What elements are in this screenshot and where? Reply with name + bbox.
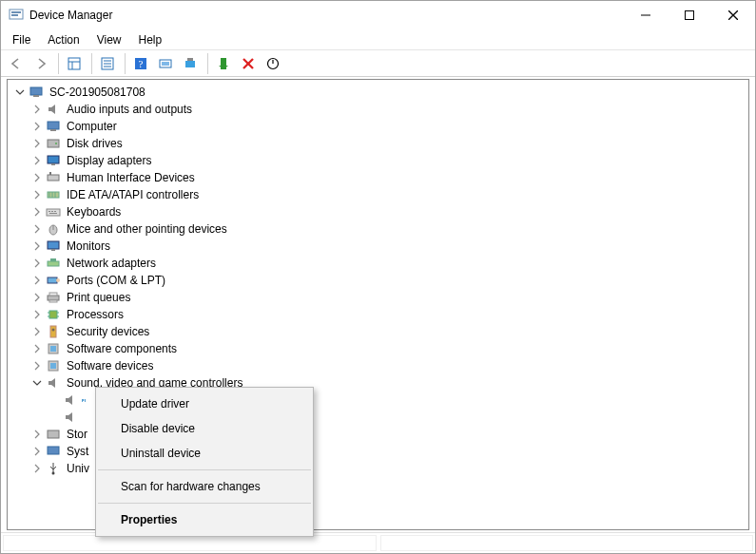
close-button[interactable]	[711, 1, 755, 29]
system-icon	[46, 444, 61, 459]
tree-item[interactable]: Computer	[11, 118, 748, 135]
chevron-right-icon[interactable]	[30, 308, 44, 321]
tree-item[interactable]: Software components	[11, 340, 748, 357]
tree-item[interactable]: Print queues	[11, 289, 748, 306]
tree-item[interactable]: Ports (COM & LPT)	[11, 272, 748, 289]
network-icon	[46, 256, 61, 271]
computer-icon	[29, 85, 44, 100]
chevron-right-icon[interactable]	[30, 137, 44, 150]
svg-rect-53	[49, 300, 57, 302]
status-panel	[3, 535, 377, 551]
svg-rect-54	[49, 311, 57, 318]
tree-item[interactable]: Audio inputs and outputs	[11, 101, 748, 118]
help-button[interactable]: ?	[129, 52, 152, 75]
svg-rect-59	[50, 326, 56, 337]
tree-item-label: Software components	[65, 342, 179, 355]
tree-item-label: Stor	[65, 428, 89, 441]
minimize-button[interactable]	[624, 1, 668, 29]
properties-button[interactable]	[96, 52, 119, 75]
tree-root[interactable]: SC-201905081708	[11, 84, 748, 101]
tree-item-label: Ports (COM & LPT)	[65, 274, 167, 287]
svg-rect-65	[48, 430, 59, 438]
ctx-update-driver[interactable]: Update driver	[96, 392, 313, 416]
toolbar-separator	[125, 53, 126, 74]
menu-file[interactable]: File	[5, 31, 38, 48]
forward-button[interactable]	[29, 52, 52, 75]
titlebar: Device Manager	[1, 1, 755, 29]
chevron-right-icon[interactable]	[30, 103, 44, 116]
chevron-right-icon[interactable]	[30, 342, 44, 355]
chevron-right-icon[interactable]	[30, 205, 44, 219]
enable-device-button[interactable]	[212, 52, 235, 75]
svg-rect-66	[48, 447, 59, 454]
uninstall-device-button[interactable]	[237, 52, 260, 75]
chevron-right-icon[interactable]	[30, 428, 44, 441]
tree-item[interactable]: Processors	[11, 306, 748, 323]
chevron-right-icon[interactable]	[30, 462, 44, 475]
chevron-right-icon[interactable]	[30, 120, 44, 133]
ctx-uninstall-device[interactable]: Uninstall device	[96, 441, 313, 466]
chevron-right-icon[interactable]	[30, 291, 44, 304]
chevron-right-icon[interactable]	[30, 325, 44, 338]
chevron-right-icon[interactable]	[30, 359, 44, 373]
ctx-properties[interactable]: Properties	[96, 507, 313, 532]
tree-item-label: IDE ATA/ATAPI controllers	[65, 188, 201, 201]
tree-item-label: Print queues	[65, 291, 132, 304]
tree-item[interactable]: Security devices	[11, 323, 748, 340]
chevron-right-icon[interactable]	[30, 154, 44, 167]
svg-point-60	[52, 329, 55, 332]
ctx-disable-device[interactable]: Disable device	[96, 416, 313, 441]
tree-item[interactable]: Keyboards	[11, 203, 748, 220]
tree-root-label: SC-201905081708	[48, 86, 147, 99]
back-button[interactable]	[5, 52, 28, 75]
menu-action[interactable]: Action	[40, 31, 87, 48]
svg-rect-26	[48, 122, 59, 129]
svg-rect-48	[50, 258, 56, 261]
display-icon	[46, 153, 61, 168]
svg-rect-32	[48, 175, 59, 181]
chevron-right-icon[interactable]	[30, 222, 44, 236]
tree-item[interactable]: Software devices	[11, 357, 748, 374]
tree-child-label	[82, 399, 86, 401]
window-controls	[624, 1, 755, 29]
chevron-right-icon[interactable]	[30, 445, 44, 458]
tree-item[interactable]: Disk drives	[11, 135, 748, 152]
svg-rect-18	[185, 61, 195, 67]
tree-item-label: Keyboards	[65, 205, 123, 219]
software-icon	[46, 358, 61, 373]
audio-device-icon	[63, 392, 78, 408]
tree-item[interactable]: Mice and other pointing devices	[11, 220, 748, 238]
window-title: Device Manager	[29, 9, 624, 22]
maximize-button[interactable]	[668, 1, 711, 29]
tree-item[interactable]: Monitors	[11, 238, 748, 255]
menu-view[interactable]: View	[89, 31, 129, 48]
chevron-right-icon[interactable]	[30, 188, 44, 201]
ctx-scan-hardware[interactable]: Scan for hardware changes	[96, 474, 313, 499]
chevron-right-icon[interactable]	[30, 171, 44, 184]
chevron-down-icon[interactable]	[13, 86, 27, 99]
chevron-down-icon[interactable]	[30, 376, 44, 390]
show-hide-tree-button[interactable]	[63, 52, 86, 75]
tree-item[interactable]: IDE ATA/ATAPI controllers	[11, 186, 748, 203]
chevron-right-icon[interactable]	[30, 257, 44, 270]
tree-item[interactable]: Display adapters	[11, 152, 748, 169]
tree-item[interactable]: Network adapters	[11, 255, 748, 272]
chevron-right-icon[interactable]	[30, 274, 44, 287]
toolbar: ?	[1, 50, 755, 77]
scan-hardware-button[interactable]	[154, 52, 177, 75]
svg-rect-40	[51, 211, 53, 212]
svg-rect-62	[50, 346, 56, 352]
menu-help[interactable]: Help	[131, 31, 170, 48]
chevron-right-icon[interactable]	[30, 239, 44, 253]
tree-item-label: Univ	[65, 462, 91, 475]
disable-device-button[interactable]	[262, 52, 284, 75]
tree-item-label: Syst	[65, 445, 90, 458]
computer-icon	[46, 119, 61, 134]
tree-item[interactable]: Human Interface Devices	[11, 169, 748, 186]
update-driver-button[interactable]	[179, 52, 202, 75]
audio-device-icon	[63, 410, 78, 425]
processor-icon	[46, 307, 61, 322]
disk-icon	[46, 136, 61, 151]
hid-icon	[46, 170, 61, 185]
tree-item-label: Processors	[65, 308, 126, 321]
